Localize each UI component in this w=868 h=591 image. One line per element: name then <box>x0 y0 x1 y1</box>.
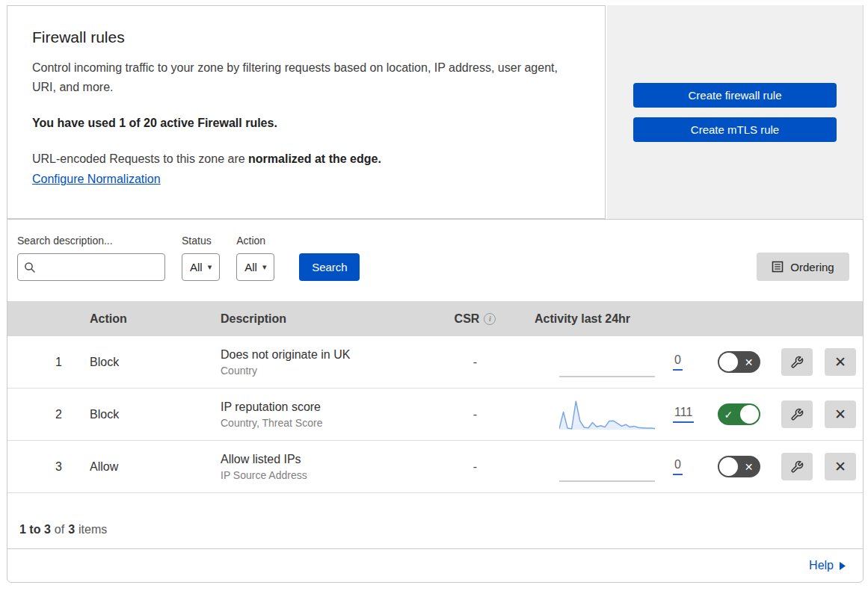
close-icon: ✕ <box>834 460 846 474</box>
action-dropdown-value: All <box>244 261 257 273</box>
rule-toggle-cell: ✓ ✕ <box>701 403 776 425</box>
rule-delete-cell: ✕ <box>818 453 863 480</box>
activity-sparkline <box>559 398 655 431</box>
usage-summary: You have used 1 of 20 active Firewall ru… <box>32 117 570 130</box>
help-link[interactable]: Help <box>809 559 846 572</box>
help-bar: Help <box>7 548 863 582</box>
csr-header-label: CSR <box>455 312 480 326</box>
rule-enabled-toggle[interactable]: ✓ ✕ <box>718 456 760 477</box>
normalization-bold: normalized at the edge. <box>248 152 381 165</box>
wrench-icon <box>790 460 804 474</box>
rule-criteria: IP Source Address <box>221 469 436 481</box>
info-icon[interactable]: i <box>484 313 496 325</box>
table-row: 3 Allow Allow listed IPs IP Source Addre… <box>7 441 863 493</box>
wrench-icon <box>790 356 804 369</box>
close-icon: ✕ <box>834 355 846 369</box>
rule-delete-cell: ✕ <box>818 400 863 428</box>
col-action-header: Action <box>75 312 206 326</box>
rule-toggle-cell: ✓ ✕ <box>701 456 776 477</box>
rule-activity-cell: 0 <box>514 346 701 379</box>
delete-rule-button[interactable]: ✕ <box>825 348 856 376</box>
x-icon: ✕ <box>745 462 754 472</box>
firewall-rules-page: Firewall rules Control incoming traffic … <box>0 0 868 591</box>
rule-priority: 3 <box>7 460 75 474</box>
x-icon: ✕ <box>745 357 754 368</box>
rule-enabled-toggle[interactable]: ✓ ✕ <box>718 403 760 425</box>
rule-activity-cell: 111 <box>514 398 701 431</box>
rule-csr-value: - <box>436 460 514 474</box>
chevron-down-icon: ▾ <box>208 262 212 272</box>
configure-normalization-link[interactable]: Configure Normalization <box>32 173 161 186</box>
activity-count-link[interactable]: 0 <box>673 458 683 475</box>
help-label: Help <box>809 559 834 572</box>
status-filter-group: Status All▾ <box>182 235 220 281</box>
rule-activity-cell: 0 <box>514 451 701 483</box>
activity-sparkline <box>559 451 655 483</box>
rule-enabled-toggle[interactable]: ✓ ✕ <box>718 351 760 373</box>
page-title: Firewall rules <box>32 28 570 46</box>
filter-bar: Search description... Status All▾ Action… <box>7 220 863 301</box>
action-dropdown[interactable]: All▾ <box>236 253 274 281</box>
toggle-knob <box>740 405 759 424</box>
top-section: Firewall rules Control incoming traffic … <box>0 0 868 219</box>
rule-criteria: Country, Threat Score <box>221 417 436 429</box>
delete-rule-button[interactable]: ✕ <box>825 400 856 428</box>
wrench-icon <box>790 408 804 421</box>
items-of: of <box>55 523 64 536</box>
activity-count-link[interactable]: 111 <box>673 406 694 423</box>
rule-csr-value: - <box>436 356 514 369</box>
search-box <box>17 253 165 281</box>
search-input[interactable] <box>40 262 158 273</box>
search-field-label: Search description... <box>17 235 165 247</box>
edit-rule-button[interactable] <box>781 400 813 428</box>
ordering-button[interactable]: Ordering <box>757 253 849 281</box>
rule-priority: 1 <box>7 356 75 369</box>
create-firewall-rule-button[interactable]: Create firewall rule <box>633 83 837 108</box>
table-row: 2 Block IP reputation score Country, Thr… <box>7 389 863 441</box>
search-button[interactable]: Search <box>299 253 360 281</box>
table-row: 1 Block Does not originate in UK Country… <box>7 336 863 389</box>
rule-description: Does not originate in UK <box>221 348 436 362</box>
items-range: 1 to 3 <box>19 523 51 536</box>
close-icon: ✕ <box>834 407 846 421</box>
pagination-summary: 1 to 3 of 3 items <box>7 493 863 548</box>
col-description-header: Description <box>206 312 436 326</box>
cta-panel: Create firewall rule Create mTLS rule <box>607 5 864 219</box>
edit-rule-button[interactable] <box>781 453 813 480</box>
status-dropdown-value: All <box>190 261 203 273</box>
items-total: 3 <box>68 523 75 536</box>
search-field-group: Search description... <box>17 235 165 281</box>
delete-rule-button[interactable]: ✕ <box>825 453 856 480</box>
rule-edit-cell <box>776 453 818 480</box>
check-icon: ✓ <box>724 409 733 420</box>
rule-description-cell: Does not originate in UK Country <box>206 348 436 377</box>
rule-delete-cell: ✕ <box>818 348 863 376</box>
rule-action: Block <box>75 356 206 369</box>
ordering-button-label: Ordering <box>790 261 834 273</box>
status-filter-label: Status <box>182 235 220 247</box>
activity-count-link[interactable]: 0 <box>673 353 683 371</box>
list-ordering-icon <box>772 261 784 273</box>
action-filter-group: Action All▾ <box>236 235 274 281</box>
rule-description-cell: Allow listed IPs IP Source Address <box>206 453 436 481</box>
normalization-prefix: URL-encoded Requests to this zone are <box>32 152 248 165</box>
rule-criteria: Country <box>221 365 436 377</box>
rule-edit-cell <box>776 348 818 376</box>
rule-csr-value: - <box>436 408 514 421</box>
table-header: Action Description CSRi Activity last 24… <box>7 301 863 336</box>
create-mtls-rule-button[interactable]: Create mTLS rule <box>633 117 837 142</box>
page-description: Control incoming traffic to your zone by… <box>32 58 563 97</box>
search-icon <box>24 262 36 273</box>
rule-action: Allow <box>75 460 206 474</box>
col-csr-header: CSRi <box>436 312 514 326</box>
status-dropdown[interactable]: All▾ <box>182 253 220 281</box>
activity-sparkline <box>559 346 655 379</box>
rules-list-card: Search description... Status All▾ Action… <box>7 219 864 583</box>
edit-rule-button[interactable] <box>781 348 813 376</box>
rule-edit-cell <box>776 400 818 428</box>
normalization-text: URL-encoded Requests to this zone are no… <box>32 152 570 166</box>
rule-toggle-cell: ✓ ✕ <box>701 351 776 373</box>
col-activity-header: Activity last 24hr <box>514 312 701 326</box>
rule-action: Block <box>75 408 206 421</box>
action-filter-label: Action <box>236 235 274 247</box>
